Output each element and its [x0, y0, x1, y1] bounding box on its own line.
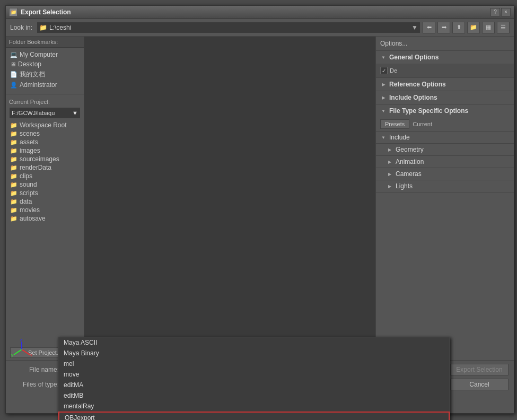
presets-row: Presets Current: [376, 117, 514, 131]
svg-text:z: z: [20, 339, 22, 342]
dropdown-item-editma[interactable]: editMA: [58, 380, 450, 390]
folder-workspace-root[interactable]: 📁 Workspace Root: [6, 121, 84, 129]
axes-indicator: x y z: [11, 339, 32, 360]
close-button[interactable]: ×: [501, 8, 511, 16]
folder-sourceimages-label: sourceimages: [20, 155, 59, 163]
project-combo-arrow-icon: ▼: [72, 110, 78, 116]
folder-data-icon: 📁: [10, 198, 17, 205]
folder-autosave-label: autosave: [20, 215, 46, 222]
lights-subsection-header[interactable]: ▶ Lights: [376, 180, 514, 192]
divider-1: [6, 94, 84, 94]
svg-text:x: x: [30, 353, 32, 357]
options-title: Options...: [376, 37, 514, 51]
general-options-label: General Options: [389, 54, 439, 61]
folder-images-icon: 📁: [10, 147, 17, 154]
folder-tree: 📁 Workspace Root 📁 scenes 📁 assets 📁 ima…: [6, 120, 84, 345]
bookmark-documents-label: 我的文档: [20, 70, 45, 79]
bookmark-documents[interactable]: 📄 我的文档: [6, 69, 84, 80]
filetype-dropdown: Maya ASCII Maya Binary mel move editMA e…: [58, 337, 450, 420]
help-button[interactable]: ?: [490, 8, 500, 16]
folder-scripts-icon: 📁: [10, 190, 17, 197]
reference-options-header[interactable]: ▶ Reference Options: [376, 78, 514, 91]
export-selection-dialog: 📁 Export Selection ? × Look in: 📁 L:\ces…: [5, 5, 514, 414]
include-options-header[interactable]: ▶ Include Options: [376, 91, 514, 104]
dialog-icon: 📁: [9, 8, 17, 16]
list-view-button[interactable]: ▦: [482, 22, 495, 33]
reference-options-label: Reference Options: [389, 81, 446, 88]
folder-icon: 📁: [39, 24, 47, 31]
combo-arrow-icon: ▼: [411, 24, 418, 31]
folder-images-label: images: [20, 147, 40, 154]
include-subsection-header[interactable]: ▼ Include: [376, 131, 514, 143]
general-checkbox-1[interactable]: ✓: [380, 67, 388, 74]
folder-workspace-root-label: Workspace Root: [20, 121, 66, 129]
folder-sound[interactable]: 📁 sound: [6, 180, 84, 189]
back-button[interactable]: ⬅: [423, 22, 435, 33]
folder-scripts-label: scripts: [20, 189, 38, 197]
options-panel: Options... ▼ General Options ✓ De: [376, 37, 514, 360]
title-bar-buttons: ? ×: [490, 8, 511, 16]
forward-button[interactable]: ➡: [437, 22, 450, 33]
cameras-subsection-header[interactable]: ▶ Cameras: [376, 168, 514, 180]
toolbar: Look in: 📁 L:\ceshi ▼ ⬅ ➡ ⬆ 📁 ▦ ☰: [6, 19, 514, 37]
folder-assets[interactable]: 📁 assets: [6, 138, 84, 146]
reference-options-section: ▶ Reference Options: [376, 78, 514, 91]
dropdown-item-maya-ascii[interactable]: Maya ASCII: [58, 337, 450, 348]
folder-assets-label: assets: [20, 138, 38, 146]
bookmark-administrator[interactable]: 👤 Administrator: [6, 80, 84, 90]
folder-sourceimages[interactable]: 📁 sourceimages: [6, 155, 84, 163]
new-folder-button[interactable]: 📁: [467, 22, 480, 33]
presets-button[interactable]: Presets: [380, 119, 409, 129]
geometry-subsection-header[interactable]: ▶ Geometry: [376, 143, 514, 155]
cameras-label: Cameras: [396, 170, 422, 178]
animation-subsection-header[interactable]: ▶ Animation: [376, 155, 514, 168]
bookmark-desktop[interactable]: 🖥 Desktop: [6, 59, 84, 69]
export-selection-button[interactable]: Export Selection: [450, 364, 509, 375]
svg-text:y: y: [11, 353, 13, 357]
folder-movies[interactable]: 📁 movies: [6, 206, 84, 214]
folder-scripts[interactable]: 📁 scripts: [6, 189, 84, 197]
general-options-header[interactable]: ▼ General Options: [376, 51, 514, 64]
folder-autosave[interactable]: 📁 autosave: [6, 214, 84, 223]
look-in-combo[interactable]: 📁 L:\ceshi ▼: [37, 22, 420, 33]
current-label: Current: [413, 121, 432, 127]
folder-data[interactable]: 📁 data: [6, 197, 84, 206]
up-button[interactable]: ⬆: [452, 22, 465, 33]
folder-clips-icon: 📁: [10, 173, 17, 180]
dropdown-item-objexport[interactable]: OBJexport: [59, 413, 449, 420]
animation-label: Animation: [396, 158, 424, 165]
svg-line-0: [22, 349, 30, 355]
folder-scenes-label: scenes: [20, 130, 40, 137]
dropdown-item-maya-binary[interactable]: Maya Binary: [58, 348, 450, 358]
file-type-specific-header[interactable]: ▼ File Type Specific Options: [376, 104, 514, 117]
dropdown-item-mel[interactable]: mel: [58, 358, 450, 369]
main-content: Folder Bookmarks: 💻 My Computer 🖥 Deskto…: [6, 37, 514, 360]
folder-sound-label: sound: [20, 181, 37, 188]
dropdown-item-move[interactable]: move: [58, 369, 450, 380]
title-bar: 📁 Export Selection ? ×: [6, 6, 514, 19]
dropdown-item-mentalray[interactable]: mentalRay: [58, 401, 450, 412]
options-scroll[interactable]: ▼ General Options ✓ De ▶ Reference Opt: [376, 51, 514, 360]
file-browser[interactable]: [84, 37, 376, 360]
file-name-label: File name:: [11, 366, 59, 373]
folder-clips[interactable]: 📁 clips: [6, 172, 84, 180]
dropdown-selected-group: OBJexport FBX export: [58, 412, 450, 420]
folder-assets-icon: 📁: [10, 139, 17, 146]
dropdown-item-editmb[interactable]: editMB: [58, 390, 450, 401]
folder-images[interactable]: 📁 images: [6, 146, 84, 155]
bookmark-my-computer[interactable]: 💻 My Computer: [6, 50, 84, 59]
files-of-type-label: Files of type:: [11, 381, 59, 388]
general-options-section: ▼ General Options ✓ De: [376, 51, 514, 78]
folder-data-label: data: [20, 198, 32, 205]
folder-renderdata[interactable]: 📁 renderData: [6, 163, 84, 172]
bookmark-list: 💻 My Computer 🖥 Desktop 📄 我的文档 👤 Adminis…: [6, 48, 84, 92]
user-icon: 👤: [10, 82, 17, 89]
general-option-label-1: De: [390, 67, 397, 74]
project-combo[interactable]: F:/GCWJ/labaqu ▼: [9, 107, 81, 119]
folder-clips-label: clips: [20, 172, 32, 180]
folder-scenes[interactable]: 📁 scenes: [6, 129, 84, 138]
dialog-title: Export Selection: [21, 8, 490, 16]
cancel-button[interactable]: Cancel: [450, 379, 509, 390]
detail-view-button[interactable]: ☰: [497, 22, 510, 33]
look-in-label: Look in:: [10, 24, 32, 31]
